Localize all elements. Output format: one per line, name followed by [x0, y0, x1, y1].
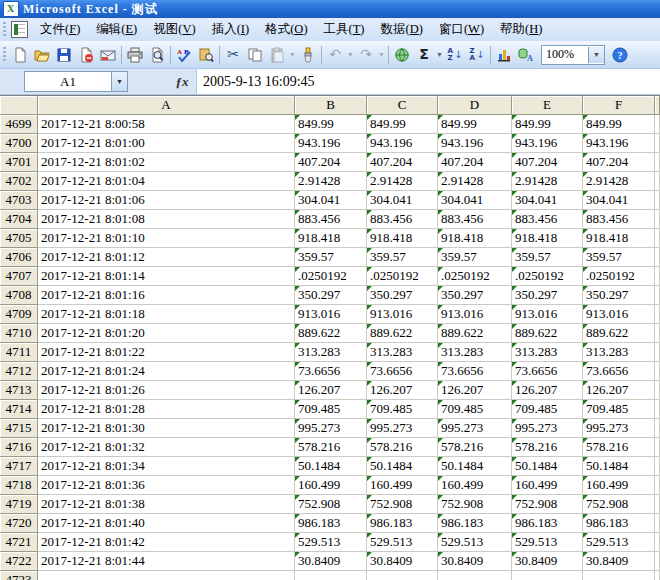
cell-E4711[interactable]: 313.283 — [512, 343, 583, 362]
cell-filler[interactable] — [655, 514, 660, 533]
cell-D4711[interactable]: 313.283 — [438, 343, 512, 362]
menu-E[interactable]: 编辑(E) — [88, 19, 145, 40]
cell-C4699[interactable]: 849.99 — [367, 115, 438, 134]
row-header-4701[interactable]: 4701 — [0, 153, 38, 172]
cell-E4710[interactable]: 889.622 — [512, 324, 583, 343]
cell-C4704[interactable]: 883.456 — [367, 210, 438, 229]
cell-filler[interactable] — [655, 305, 660, 324]
cell-F4717[interactable]: 50.1484 — [583, 457, 655, 476]
cell-F4720[interactable]: 986.183 — [583, 514, 655, 533]
paste-options-dropdown-icon[interactable]: ▼ — [288, 44, 297, 66]
cell-E4714[interactable]: 709.485 — [512, 400, 583, 419]
cell-E4706[interactable]: 359.57 — [512, 248, 583, 267]
row-header-4699[interactable]: 4699 — [0, 115, 38, 134]
cell-F4701[interactable]: 407.204 — [583, 153, 655, 172]
cell-F4709[interactable]: 913.016 — [583, 305, 655, 324]
cell-C4703[interactable]: 304.041 — [367, 191, 438, 210]
cell-A4720[interactable]: 2017-12-21 8:01:40 — [38, 514, 295, 533]
cell-A4705[interactable]: 2017-12-21 8:01:10 — [38, 229, 295, 248]
row-header-4714[interactable]: 4714 — [0, 400, 38, 419]
column-header-C[interactable]: C — [367, 96, 438, 115]
cell-E4723[interactable] — [512, 571, 583, 580]
cell-filler[interactable] — [655, 172, 660, 191]
cell-D4717[interactable]: 50.1484 — [438, 457, 512, 476]
cell-F4722[interactable]: 30.8409 — [583, 552, 655, 571]
cell-C4719[interactable]: 752.908 — [367, 495, 438, 514]
row-header-4721[interactable]: 4721 — [0, 533, 38, 552]
cell-E4705[interactable]: 918.418 — [512, 229, 583, 248]
cell-filler[interactable] — [655, 476, 660, 495]
spelling-button[interactable]: AB — [173, 44, 195, 66]
cell-B4723[interactable] — [295, 571, 367, 580]
cell-E4708[interactable]: 350.297 — [512, 286, 583, 305]
cell-B4710[interactable]: 889.622 — [295, 324, 367, 343]
menu-D[interactable]: 数据(D) — [373, 19, 431, 40]
cell-F4704[interactable]: 883.456 — [583, 210, 655, 229]
cell-A4716[interactable]: 2017-12-21 8:01:32 — [38, 438, 295, 457]
cell-D4715[interactable]: 995.273 — [438, 419, 512, 438]
cell-B4718[interactable]: 160.499 — [295, 476, 367, 495]
cell-filler[interactable] — [655, 248, 660, 267]
row-header-4716[interactable]: 4716 — [0, 438, 38, 457]
cell-F4719[interactable]: 752.908 — [583, 495, 655, 514]
save-button[interactable] — [53, 44, 75, 66]
cell-filler[interactable] — [655, 552, 660, 571]
cell-A4712[interactable]: 2017-12-21 8:01:24 — [38, 362, 295, 381]
zoom-combobox[interactable]: 100%▼ — [541, 45, 605, 65]
cell-A4711[interactable]: 2017-12-21 8:01:22 — [38, 343, 295, 362]
mail-button[interactable] — [97, 44, 119, 66]
cell-E4707[interactable]: .0250192 — [512, 267, 583, 286]
cell-D4709[interactable]: 913.016 — [438, 305, 512, 324]
column-header-B[interactable]: B — [295, 96, 367, 115]
cell-A4719[interactable]: 2017-12-21 8:01:38 — [38, 495, 295, 514]
cell-C4722[interactable]: 30.8409 — [367, 552, 438, 571]
cell-filler[interactable] — [655, 381, 660, 400]
cell-E4699[interactable]: 849.99 — [512, 115, 583, 134]
cell-D4707[interactable]: .0250192 — [438, 267, 512, 286]
cell-C4715[interactable]: 995.273 — [367, 419, 438, 438]
cell-F4700[interactable]: 943.196 — [583, 134, 655, 153]
cell-C4718[interactable]: 160.499 — [367, 476, 438, 495]
excel-app-icon[interactable]: X — [3, 1, 19, 17]
cell-A4707[interactable]: 2017-12-21 8:01:14 — [38, 267, 295, 286]
cell-D4704[interactable]: 883.456 — [438, 210, 512, 229]
row-header-4705[interactable]: 4705 — [0, 229, 38, 248]
cell-A4723[interactable] — [38, 571, 295, 580]
row-header-4713[interactable]: 4713 — [0, 381, 38, 400]
research-button[interactable] — [195, 44, 217, 66]
menubar-drag-handle[interactable] — [3, 22, 6, 38]
cell-F4703[interactable]: 304.041 — [583, 191, 655, 210]
cell-C4714[interactable]: 709.485 — [367, 400, 438, 419]
row-header-4717[interactable]: 4717 — [0, 457, 38, 476]
drawing-button[interactable]: A — [515, 44, 537, 66]
row-header-4707[interactable]: 4707 — [0, 267, 38, 286]
print-preview-button[interactable] — [146, 44, 168, 66]
cell-E4717[interactable]: 50.1484 — [512, 457, 583, 476]
cell-E4719[interactable]: 752.908 — [512, 495, 583, 514]
column-header-F[interactable]: F — [583, 96, 655, 115]
cell-E4721[interactable]: 529.513 — [512, 533, 583, 552]
cell-B4716[interactable]: 578.216 — [295, 438, 367, 457]
autosum-button[interactable]: Σ — [413, 44, 435, 66]
undo-options-dropdown-icon[interactable]: ▼ — [346, 44, 355, 66]
cell-E4713[interactable]: 126.207 — [512, 381, 583, 400]
cell-F4716[interactable]: 578.216 — [583, 438, 655, 457]
cell-A4700[interactable]: 2017-12-21 8:01:00 — [38, 134, 295, 153]
redo-options-dropdown-icon[interactable]: ▼ — [377, 44, 386, 66]
undo-button[interactable]: ↶ — [324, 44, 346, 66]
open-folder-button[interactable] — [31, 44, 53, 66]
cell-F4714[interactable]: 709.485 — [583, 400, 655, 419]
hyperlink-button[interactable] — [391, 44, 413, 66]
menu-I[interactable]: 插入(I) — [204, 19, 258, 40]
cell-D4703[interactable]: 304.041 — [438, 191, 512, 210]
insert-function-icon[interactable]: ƒx — [168, 71, 196, 92]
print-button[interactable] — [124, 44, 146, 66]
row-header-4709[interactable]: 4709 — [0, 305, 38, 324]
sort-ascending-button[interactable]: AZ↓ — [444, 44, 466, 66]
column-header-D[interactable]: D — [438, 96, 512, 115]
cell-D4720[interactable]: 986.183 — [438, 514, 512, 533]
cell-B4700[interactable]: 943.196 — [295, 134, 367, 153]
cell-F4715[interactable]: 995.273 — [583, 419, 655, 438]
menu-W[interactable]: 窗口(W) — [431, 19, 492, 40]
row-header-4703[interactable]: 4703 — [0, 191, 38, 210]
